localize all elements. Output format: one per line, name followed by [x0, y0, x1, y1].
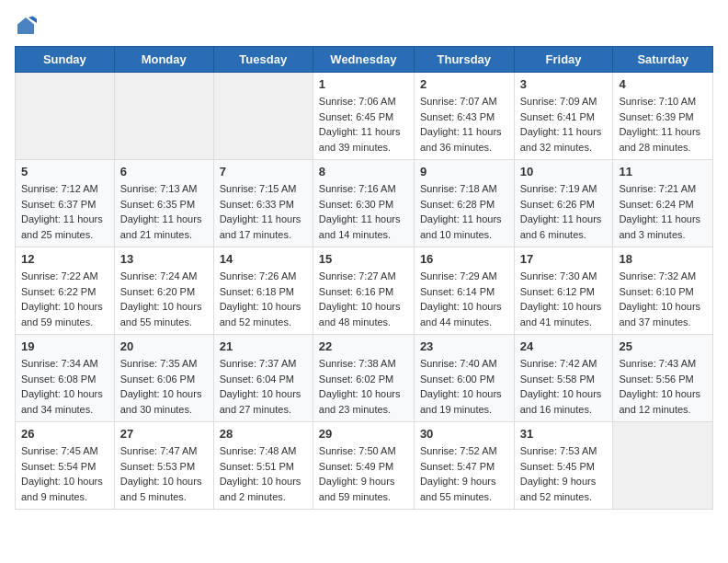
sunrise: Sunrise: 7:34 AM	[21, 358, 98, 369]
sunrise: Sunrise: 7:15 AM	[220, 183, 297, 194]
sunset: Sunset: 6:30 PM	[319, 199, 393, 210]
sunrise: Sunrise: 7:38 AM	[319, 358, 396, 369]
calendar-week-4: 19Sunrise: 7:34 AMSunset: 6:08 PMDayligh…	[16, 335, 713, 422]
sunset: Sunset: 6:04 PM	[220, 373, 294, 385]
calendar-week-5: 26Sunrise: 7:45 AMSunset: 5:54 PMDayligh…	[16, 422, 713, 510]
daylight: Daylight: 11 hours and 14 minutes.	[319, 213, 401, 240]
calendar-cell: 13Sunrise: 7:24 AMSunset: 6:20 PMDayligh…	[114, 247, 213, 335]
day-info: Sunrise: 7:35 AMSunset: 6:06 PMDaylight:…	[120, 356, 208, 417]
sunset: Sunset: 6:00 PM	[420, 373, 495, 385]
day-info: Sunrise: 7:43 AMSunset: 5:56 PMDaylight:…	[619, 356, 707, 417]
calendar-cell: 7Sunrise: 7:15 AMSunset: 6:33 PMDaylight…	[213, 160, 313, 247]
sunset: Sunset: 5:54 PM	[21, 461, 96, 472]
sunrise: Sunrise: 7:10 AM	[619, 96, 696, 107]
daylight: Daylight: 9 hours and 59 minutes.	[319, 476, 395, 502]
sunrise: Sunrise: 7:13 AM	[120, 183, 198, 194]
day-number: 13	[120, 252, 208, 266]
day-info: Sunrise: 7:47 AMSunset: 5:53 PMDaylight:…	[120, 443, 208, 504]
day-number: 16	[420, 252, 508, 266]
day-info: Sunrise: 7:34 AMSunset: 6:08 PMDaylight:…	[21, 356, 108, 417]
daylight: Daylight: 10 hours and 30 minutes.	[120, 388, 202, 415]
day-number: 15	[319, 252, 408, 266]
daylight: Daylight: 10 hours and 34 minutes.	[21, 388, 103, 415]
svg-marker-0	[17, 17, 34, 34]
day-number: 10	[520, 165, 608, 178]
daylight: Daylight: 11 hours and 10 minutes.	[420, 213, 502, 240]
calendar-cell: 9Sunrise: 7:18 AMSunset: 6:28 PMDaylight…	[414, 160, 514, 247]
sunset: Sunset: 6:20 PM	[120, 286, 195, 297]
daylight: Daylight: 10 hours and 27 minutes.	[220, 388, 301, 415]
calendar-cell: 29Sunrise: 7:50 AMSunset: 5:49 PMDayligh…	[313, 422, 414, 510]
daylight: Daylight: 10 hours and 41 minutes.	[520, 301, 602, 327]
sunrise: Sunrise: 7:43 AM	[619, 358, 696, 369]
calendar-cell: 11Sunrise: 7:21 AMSunset: 6:24 PMDayligh…	[613, 160, 713, 247]
calendar-cell	[613, 422, 713, 510]
calendar-cell: 20Sunrise: 7:35 AMSunset: 6:06 PMDayligh…	[114, 335, 213, 422]
day-info: Sunrise: 7:30 AMSunset: 6:12 PMDaylight:…	[520, 269, 608, 329]
sunrise: Sunrise: 7:42 AM	[520, 358, 597, 369]
calendar-cell: 1Sunrise: 7:06 AMSunset: 6:45 PMDaylight…	[313, 73, 414, 160]
sunrise: Sunrise: 7:35 AM	[120, 358, 198, 369]
day-number: 14	[220, 252, 307, 266]
sunrise: Sunrise: 7:07 AM	[420, 96, 497, 107]
day-number: 29	[319, 427, 408, 441]
daylight: Daylight: 11 hours and 25 minutes.	[21, 213, 103, 240]
daylight: Daylight: 10 hours and 9 minutes.	[21, 476, 103, 502]
day-number: 31	[520, 427, 608, 441]
calendar-cell: 28Sunrise: 7:48 AMSunset: 5:51 PMDayligh…	[213, 422, 313, 510]
sunset: Sunset: 5:53 PM	[120, 461, 195, 472]
sunset: Sunset: 6:18 PM	[220, 286, 294, 297]
day-number: 3	[520, 77, 608, 91]
weekday-header-monday: Monday	[114, 47, 213, 73]
sunset: Sunset: 6:10 PM	[619, 286, 693, 297]
sunrise: Sunrise: 7:09 AM	[520, 96, 597, 107]
sunrise: Sunrise: 7:30 AM	[520, 270, 597, 282]
calendar-cell: 14Sunrise: 7:26 AMSunset: 6:18 PMDayligh…	[213, 247, 313, 335]
calendar-cell: 30Sunrise: 7:52 AMSunset: 5:47 PMDayligh…	[414, 422, 514, 510]
weekday-header-friday: Friday	[514, 47, 613, 73]
day-info: Sunrise: 7:50 AMSunset: 5:49 PMDaylight:…	[319, 443, 408, 504]
daylight: Daylight: 10 hours and 55 minutes.	[120, 301, 202, 327]
calendar-week-2: 5Sunrise: 7:12 AMSunset: 6:37 PMDaylight…	[16, 160, 713, 247]
day-info: Sunrise: 7:29 AMSunset: 6:14 PMDaylight:…	[420, 269, 508, 329]
daylight: Daylight: 10 hours and 19 minutes.	[420, 388, 502, 415]
day-info: Sunrise: 7:12 AMSunset: 6:37 PMDaylight:…	[21, 181, 108, 242]
calendar-cell: 2Sunrise: 7:07 AMSunset: 6:43 PMDaylight…	[414, 73, 514, 160]
calendar-cell: 31Sunrise: 7:53 AMSunset: 5:45 PMDayligh…	[514, 422, 613, 510]
logo-icon	[15, 15, 37, 37]
calendar-week-1: 1Sunrise: 7:06 AMSunset: 6:45 PMDaylight…	[16, 73, 713, 160]
sunset: Sunset: 5:49 PM	[319, 461, 393, 472]
day-info: Sunrise: 7:37 AMSunset: 6:04 PMDaylight:…	[220, 356, 307, 417]
weekday-header-tuesday: Tuesday	[213, 47, 313, 73]
daylight: Daylight: 11 hours and 28 minutes.	[619, 126, 700, 153]
calendar-cell	[114, 73, 213, 160]
day-number: 2	[420, 77, 508, 91]
calendar-cell: 19Sunrise: 7:34 AMSunset: 6:08 PMDayligh…	[16, 335, 115, 422]
sunrise: Sunrise: 7:40 AM	[420, 358, 497, 369]
day-info: Sunrise: 7:38 AMSunset: 6:02 PMDaylight:…	[319, 356, 408, 417]
day-info: Sunrise: 7:22 AMSunset: 6:22 PMDaylight:…	[21, 269, 108, 329]
weekday-header-thursday: Thursday	[414, 47, 514, 73]
daylight: Daylight: 10 hours and 52 minutes.	[220, 301, 301, 327]
sunset: Sunset: 6:24 PM	[619, 199, 693, 210]
sunrise: Sunrise: 7:24 AM	[120, 270, 198, 282]
daylight: Daylight: 10 hours and 23 minutes.	[319, 388, 401, 415]
calendar-cell: 5Sunrise: 7:12 AMSunset: 6:37 PMDaylight…	[16, 160, 115, 247]
sunset: Sunset: 6:28 PM	[420, 199, 495, 210]
daylight: Daylight: 9 hours and 52 minutes.	[520, 476, 597, 502]
sunrise: Sunrise: 7:32 AM	[619, 270, 696, 282]
sunrise: Sunrise: 7:19 AM	[520, 183, 597, 194]
sunrise: Sunrise: 7:48 AM	[220, 445, 297, 456]
day-info: Sunrise: 7:32 AMSunset: 6:10 PMDaylight:…	[619, 269, 707, 329]
day-number: 8	[319, 165, 408, 178]
calendar-cell: 10Sunrise: 7:19 AMSunset: 6:26 PMDayligh…	[514, 160, 613, 247]
sunset: Sunset: 6:12 PM	[520, 286, 595, 297]
sunrise: Sunrise: 7:29 AM	[420, 270, 497, 282]
day-info: Sunrise: 7:13 AMSunset: 6:35 PMDaylight:…	[120, 181, 208, 242]
sunrise: Sunrise: 7:27 AM	[319, 270, 396, 282]
sunrise: Sunrise: 7:37 AM	[220, 358, 297, 369]
sunset: Sunset: 6:02 PM	[319, 373, 393, 385]
daylight: Daylight: 11 hours and 32 minutes.	[520, 126, 602, 153]
daylight: Daylight: 11 hours and 21 minutes.	[120, 213, 202, 240]
day-number: 17	[520, 252, 608, 266]
